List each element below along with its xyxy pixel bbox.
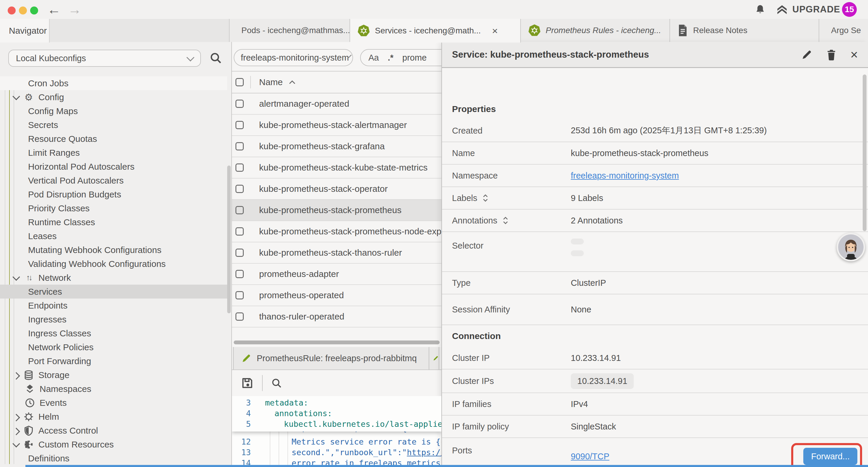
sidebar-item-cron-jobs[interactable]: Cron Jobs bbox=[0, 76, 227, 90]
sidebar-scrollbar[interactable] bbox=[227, 166, 231, 313]
forward-button[interactable]: Forward... bbox=[803, 448, 857, 465]
detail-scrollbar[interactable] bbox=[863, 75, 867, 231]
port-link[interactable]: 9090/TCP bbox=[571, 451, 610, 461]
row-checkbox[interactable] bbox=[236, 99, 244, 108]
back-button[interactable]: ← bbox=[47, 1, 61, 18]
forward-button[interactable]: → bbox=[68, 1, 82, 18]
editor-line: 14 error rate in freeleaps metrics ser bbox=[232, 458, 441, 465]
row-checkbox[interactable] bbox=[236, 313, 244, 321]
sidebar-item-pod-disruption-budgets[interactable]: Pod Disruption Budgets bbox=[0, 187, 227, 201]
sidebar-item-validating-webhook-configurations[interactable]: Validating Webhook Configurations bbox=[0, 257, 227, 271]
select-all-checkbox[interactable] bbox=[236, 78, 244, 86]
table-row[interactable]: kube-prometheus-stack-thanos-ruler bbox=[232, 242, 441, 264]
sidebar-item-resource-quotas[interactable]: Resource Quotas bbox=[0, 132, 227, 146]
sidebar-item-mutating-webhook-configurations[interactable]: Mutating Webhook Configurations bbox=[0, 243, 227, 257]
editor-sticky-line: 3 metadata: bbox=[232, 397, 441, 408]
row-value[interactable]: 2 Annotations bbox=[571, 216, 623, 226]
sidebar-item-config-maps[interactable]: Config Maps bbox=[0, 104, 227, 118]
sidebar-item-secrets[interactable]: Secrets bbox=[0, 118, 227, 132]
row-checkbox[interactable] bbox=[236, 121, 244, 129]
sidebar-item-port-forwarding[interactable]: Port Forwarding bbox=[0, 354, 227, 368]
sidebar-item-services[interactable]: Services bbox=[0, 285, 227, 298]
close-panel-button[interactable]: × bbox=[850, 48, 858, 61]
table-row[interactable]: thanos-ruler-operated bbox=[232, 306, 441, 327]
tab-services[interactable]: Services - icecheng@math... × bbox=[350, 19, 521, 42]
row-checkbox[interactable] bbox=[236, 185, 244, 193]
sidebar-item-definitions[interactable]: Definitions bbox=[0, 451, 227, 465]
close-window-button[interactable] bbox=[8, 6, 16, 14]
table-row[interactable]: prometheus-operated bbox=[232, 285, 441, 306]
sidebar-item-runtime-classes[interactable]: Runtime Classes bbox=[0, 215, 227, 229]
yaml-editor[interactable]: 0","for":"1m","labels":{"service": 12 Me… bbox=[232, 396, 441, 465]
regex-toggle[interactable]: .* bbox=[388, 53, 393, 63]
sidebar-item-priority-classes[interactable]: Priority Classes bbox=[0, 201, 227, 215]
sidebar-item-access-control[interactable]: Access Control bbox=[0, 424, 227, 437]
row-checkbox[interactable] bbox=[236, 227, 244, 236]
sidebar-item-network[interactable]: ↑↓ Network bbox=[0, 271, 227, 285]
editor-tab-partial[interactable] bbox=[429, 347, 439, 370]
sidebar-item-storage[interactable]: Storage bbox=[0, 368, 227, 382]
table-row[interactable]: alertmanager-operated bbox=[232, 93, 441, 115]
table-search-box[interactable]: Aa .* prome bbox=[360, 49, 441, 66]
namespace-link[interactable]: freeleaps-monitoring-system bbox=[571, 171, 679, 181]
tab-argo[interactable]: Argo Se bbox=[819, 19, 868, 42]
notification-count-badge[interactable]: 15 bbox=[842, 2, 857, 17]
table-row[interactable]: kube-prometheus-stack-alertmanager bbox=[232, 115, 441, 136]
search-query[interactable]: prome bbox=[402, 53, 427, 63]
row-checkbox[interactable] bbox=[236, 206, 244, 214]
case-sensitive-toggle[interactable]: Aa bbox=[368, 53, 379, 63]
namespace-filter-select[interactable]: freeleaps-monitoring-system bbox=[234, 49, 353, 66]
editor-tab-prometheusrule[interactable]: PrometheusRule: freeleaps-prod-rabbitmq bbox=[233, 347, 429, 370]
sidebar-search-icon[interactable] bbox=[209, 52, 222, 64]
minimize-window-button[interactable] bbox=[19, 6, 27, 14]
cluster-ip-chip: 10.233.14.91 bbox=[571, 373, 634, 389]
sidebar-item-horizontal-pod-autoscalers[interactable]: Horizontal Pod Autoscalers bbox=[0, 159, 227, 174]
delete-button[interactable] bbox=[826, 49, 837, 61]
sidebar-item-limit-ranges[interactable]: Limit Ranges bbox=[0, 146, 227, 159]
row-checkbox[interactable] bbox=[236, 142, 244, 150]
sidebar-item-events[interactable]: Events bbox=[0, 396, 227, 410]
tab-prometheus-rules[interactable]: Prometheus Rules - icecheng... bbox=[521, 19, 670, 42]
tab-release-notes[interactable]: Release Notes bbox=[670, 19, 819, 42]
column-header-name[interactable]: Name bbox=[259, 77, 283, 87]
sidebar-item-vertical-pod-autoscalers[interactable]: Vertical Pod Autoscalers bbox=[0, 174, 227, 187]
row-checkbox[interactable] bbox=[236, 164, 244, 172]
editor-line: 12 Metrics service error rate is {{ $va bbox=[232, 436, 441, 447]
expand-collapse-icon[interactable] bbox=[502, 217, 508, 224]
user-avatar[interactable] bbox=[837, 233, 865, 261]
save-button[interactable] bbox=[241, 377, 254, 389]
maximize-window-button[interactable] bbox=[30, 6, 38, 14]
upgrade-button[interactable]: UPGRADE bbox=[776, 4, 840, 16]
table-header: Name bbox=[232, 71, 441, 93]
sidebar-item-ingress-classes[interactable]: Ingress Classes bbox=[0, 326, 227, 340]
edit-button[interactable] bbox=[801, 49, 812, 60]
sidebar-item-custom-resources[interactable]: Custom Resources bbox=[0, 437, 227, 451]
sidebar-item-network-policies[interactable]: Network Policies bbox=[0, 340, 227, 354]
sidebar-item-ingresses[interactable]: Ingresses bbox=[0, 313, 227, 326]
editor-search-button[interactable] bbox=[271, 377, 282, 389]
tab-pods[interactable]: Pods - icecheng@mathmas... bbox=[229, 19, 350, 42]
expand-collapse-icon[interactable] bbox=[483, 194, 488, 202]
kubeconfig-select[interactable]: Local Kubeconfigs bbox=[8, 50, 201, 67]
sidebar-item-helm[interactable]: Helm bbox=[0, 410, 227, 424]
table-row[interactable]: kube-prometheus-stack-grafana bbox=[232, 136, 441, 157]
row-checkbox[interactable] bbox=[236, 270, 244, 278]
row-checkbox[interactable] bbox=[236, 291, 244, 299]
notifications-bell-icon[interactable] bbox=[754, 4, 766, 16]
sidebar-item-leases[interactable]: Leases bbox=[0, 229, 227, 243]
editor-sticky-line: 4 annotations: bbox=[232, 408, 441, 418]
horizontal-scrollbar[interactable] bbox=[234, 341, 440, 344]
table-row[interactable]: kube-prometheus-stack-prometheus-node-ex… bbox=[232, 221, 441, 242]
navigator-tab[interactable]: Navigator bbox=[0, 19, 50, 42]
table-row[interactable]: kube-prometheus-stack-kube-state-metrics bbox=[232, 157, 441, 178]
sidebar-item-namespaces[interactable]: Namespaces bbox=[0, 382, 227, 396]
sidebar-item-endpoints[interactable]: Endpoints bbox=[0, 298, 227, 313]
sidebar-item-config[interactable]: ⚙ Config bbox=[0, 90, 227, 104]
close-tab-icon[interactable]: × bbox=[492, 25, 498, 37]
row-checkbox[interactable] bbox=[236, 249, 244, 257]
row-value[interactable]: 9 Labels bbox=[571, 193, 603, 203]
table-row[interactable]: kube-prometheus-stack-prometheus bbox=[232, 200, 441, 221]
sidebar: Local Kubeconfigs Cron Jobs ⚙ Config bbox=[0, 42, 232, 467]
table-row[interactable]: kube-prometheus-stack-operator bbox=[232, 178, 441, 200]
table-row[interactable]: prometheus-adapter bbox=[232, 264, 441, 285]
